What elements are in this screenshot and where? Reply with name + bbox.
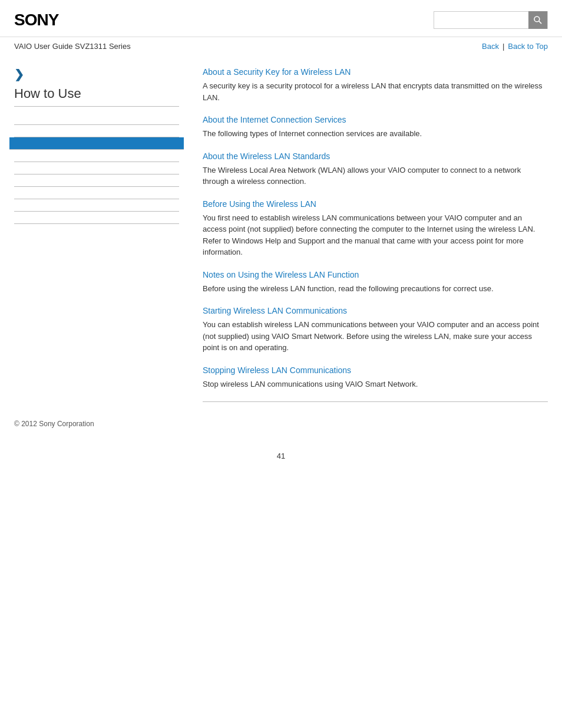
search-button[interactable] <box>528 11 547 29</box>
topic-title-3[interactable]: Before Using the Wireless LAN <box>203 199 548 209</box>
topic-section-1: About the Internet Connection Services T… <box>203 115 548 140</box>
topic-desc-4: Before using the wireless LAN function, … <box>203 283 548 295</box>
page-number: 41 <box>0 452 562 472</box>
nav-bar: VAIO User Guide SVZ1311 Series Back | Ba… <box>0 37 562 55</box>
copyright: © 2012 Sony Corporation <box>14 420 94 428</box>
footer: © 2012 Sony Corporation <box>0 402 562 440</box>
topic-desc-6: Stop wireless LAN communications using V… <box>203 378 548 390</box>
page-header: SONY <box>0 0 562 37</box>
nav-links: Back | Back to Top <box>482 42 548 51</box>
svg-line-1 <box>539 21 541 24</box>
content-area: About a Security Key for a Wireless LAN … <box>191 67 548 402</box>
topic-section-4: Notes on Using the Wireless LAN Function… <box>203 270 548 295</box>
sidebar: ❯ How to Use <box>14 67 191 402</box>
topic-title-6[interactable]: Stopping Wireless LAN Communications <box>203 365 548 375</box>
topic-title-2[interactable]: About the Wireless LAN Standards <box>203 151 548 161</box>
search-input[interactable] <box>434 12 528 28</box>
topic-desc-1: The following types of Internet connecti… <box>203 128 548 140</box>
sidebar-item-4[interactable] <box>14 150 179 162</box>
sidebar-item-1[interactable] <box>14 113 179 125</box>
content-divider <box>203 401 548 402</box>
sony-logo: SONY <box>14 11 58 29</box>
topic-section-0: About a Security Key for a Wireless LAN … <box>203 67 548 103</box>
sidebar-item-2[interactable] <box>14 125 179 137</box>
topic-title-0[interactable]: About a Security Key for a Wireless LAN <box>203 67 548 77</box>
search-box <box>434 11 548 29</box>
breadcrumb-arrow: ❯ <box>14 67 179 81</box>
search-icon <box>533 15 543 25</box>
back-link[interactable]: Back <box>482 42 499 51</box>
sidebar-title: How to Use <box>14 86 179 107</box>
topic-desc-3: You first need to establish wireless LAN… <box>203 212 548 258</box>
topic-section-2: About the Wireless LAN Standards The Wir… <box>203 151 548 187</box>
topic-desc-5: You can establish wireless LAN communica… <box>203 319 548 354</box>
sidebar-item-6[interactable] <box>14 174 179 187</box>
guide-title: VAIO User Guide SVZ1311 Series <box>14 42 131 51</box>
sidebar-item-3-active[interactable] <box>9 137 184 150</box>
sidebar-item-5[interactable] <box>14 162 179 174</box>
topic-desc-0: A security key is a security protocol fo… <box>203 80 548 103</box>
topic-section-5: Starting Wireless LAN Communications You… <box>203 306 548 354</box>
sidebar-item-7[interactable] <box>14 187 179 199</box>
topic-desc-2: The Wireless Local Area Network (WLAN) a… <box>203 164 548 187</box>
topic-title-4[interactable]: Notes on Using the Wireless LAN Function <box>203 270 548 279</box>
topic-section-3: Before Using the Wireless LAN You first … <box>203 199 548 258</box>
sidebar-item-8[interactable] <box>14 199 179 212</box>
back-to-top-link[interactable]: Back to Top <box>508 42 548 51</box>
nav-separator: | <box>503 42 504 51</box>
topic-title-5[interactable]: Starting Wireless LAN Communications <box>203 306 548 315</box>
main-content: ❯ How to Use About a Security Key for a … <box>0 55 562 402</box>
sidebar-item-9[interactable] <box>14 212 179 224</box>
topic-title-1[interactable]: About the Internet Connection Services <box>203 115 548 124</box>
topic-section-6: Stopping Wireless LAN Communications Sto… <box>203 365 548 390</box>
